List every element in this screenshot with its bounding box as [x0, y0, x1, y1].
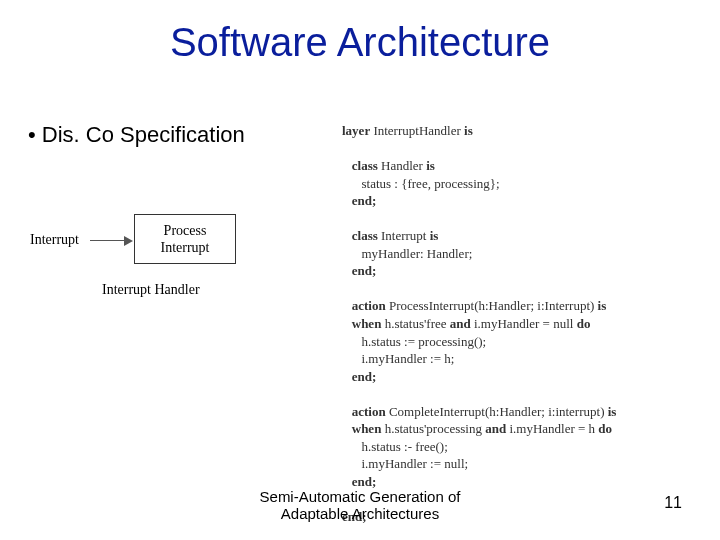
interrupt-handler-diagram: Interrupt Process Interrupt Interrupt Ha… [30, 210, 290, 330]
kw-when: when [352, 316, 382, 331]
kw-is-4: is [598, 298, 607, 313]
ci-signature: CompleteInterrupt(h:Handler; i:interrupt… [386, 404, 608, 419]
pi-body2: i.myHandler := h; [342, 351, 454, 366]
kw-end-2: end; [352, 263, 377, 278]
class-interrupt: Interrupt [378, 228, 430, 243]
diagram-input-label: Interrupt [30, 232, 79, 248]
ci-body2: i.myHandler := null; [342, 456, 468, 471]
kw-class: class [352, 158, 378, 173]
kw-and: and [450, 316, 471, 331]
footer-line-1: Semi-Automatic Generation of [260, 488, 461, 505]
layer-name: InterruptHandler [370, 123, 464, 138]
ci-guard2: i.myHandler = h [506, 421, 598, 436]
pi-guard2: i.myHandler = null [471, 316, 577, 331]
kw-is: is [464, 123, 473, 138]
pi-body1: h.status := processing(); [342, 334, 486, 349]
box-line-2: Interrupt [135, 239, 235, 257]
kw-do-2: do [598, 421, 612, 436]
kw-layer: layer [342, 123, 370, 138]
footer: Semi-Automatic Generation of Adaptable A… [0, 488, 720, 522]
kw-action: action [352, 298, 386, 313]
ci-body1: h.status :- free(); [342, 439, 448, 454]
diagram-caption: Interrupt Handler [102, 282, 200, 298]
footer-line-2: Adaptable Architectures [281, 505, 439, 522]
kw-and-2: and [485, 421, 506, 436]
kw-when-2: when [352, 421, 382, 436]
page-number: 11 [664, 494, 682, 512]
pi-signature: ProcessInterrupt(h:Handler; i:Interrupt) [386, 298, 598, 313]
kw-action-2: action [352, 404, 386, 419]
arrow-icon [90, 240, 126, 241]
ci-guard: h.status'processing [381, 421, 485, 436]
kw-do: do [577, 316, 591, 331]
arrowhead-icon [124, 236, 133, 246]
kw-is-5: is [608, 404, 617, 419]
kw-is-2: is [426, 158, 435, 173]
interrupt-body: myHandler: Handler; [342, 246, 472, 261]
pi-guard: h.status'free [381, 316, 449, 331]
kw-end-4: end; [352, 474, 377, 489]
process-interrupt-box: Process Interrupt [134, 214, 236, 264]
kw-is-3: is [430, 228, 439, 243]
box-line-1: Process [135, 222, 235, 240]
kw-end-3: end; [352, 369, 377, 384]
disco-code-listing: layer InterruptHandler is class Handler … [342, 122, 682, 526]
kw-class-2: class [352, 228, 378, 243]
kw-end-1: end; [352, 193, 377, 208]
handler-body: status : {free, processing}; [342, 176, 500, 191]
class-handler: Handler [378, 158, 426, 173]
slide: Software Architecture Dis. Co Specificat… [0, 0, 720, 540]
bullet-disco-spec: Dis. Co Specification [28, 122, 245, 148]
page-title: Software Architecture [0, 20, 720, 65]
